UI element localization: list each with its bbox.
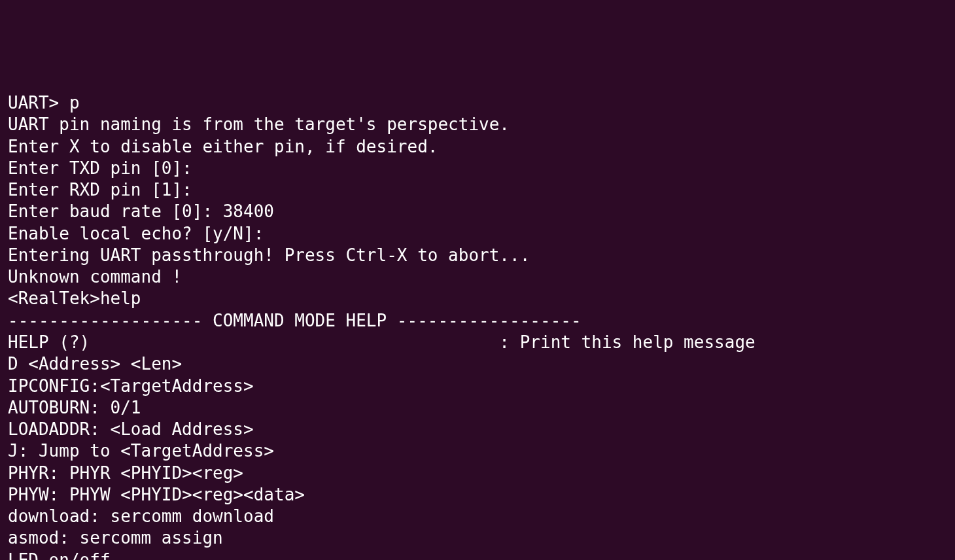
terminal-line: Enter baud rate [0]: 38400 <box>8 201 947 222</box>
terminal-line: PHYW: PHYW <PHYID><reg><data> <box>8 484 947 506</box>
terminal-line: UART> p <box>8 92 947 114</box>
terminal-line: Enable local echo? [y/N]: <box>8 223 947 245</box>
terminal-line: LOADADDR: <Load Address> <box>8 419 947 440</box>
terminal-line: <RealTek>help <box>8 288 947 309</box>
terminal-line: PHYR: PHYR <PHYID><reg> <box>8 463 947 484</box>
terminal-line: Enter X to disable either pin, if desire… <box>8 136 947 158</box>
terminal-line: asmod: sercomm assign <box>8 527 947 549</box>
terminal-line: J: Jump to <TargetAddress> <box>8 440 947 462</box>
terminal-line: HELP (?) : Print this help message <box>8 332 947 353</box>
terminal-line: Unknown command ! <box>8 266 947 288</box>
terminal-window[interactable]: UART> pUART pin naming is from the targe… <box>8 92 947 560</box>
terminal-line: UART pin naming is from the target's per… <box>8 114 947 135</box>
terminal-line: Enter RXD pin [1]: <box>8 179 947 201</box>
terminal-line: ------------------- COMMAND MODE HELP --… <box>8 310 947 332</box>
terminal-line: download: sercomm download <box>8 506 947 527</box>
terminal-line: D <Address> <Len> <box>8 353 947 375</box>
terminal-line: LED on/off <box>8 550 947 560</box>
terminal-line: Entering UART passthrough! Press Ctrl-X … <box>8 245 947 266</box>
terminal-line: AUTOBURN: 0/1 <box>8 397 947 419</box>
terminal-line: IPCONFIG:<TargetAddress> <box>8 376 947 397</box>
terminal-line: Enter TXD pin [0]: <box>8 158 947 179</box>
